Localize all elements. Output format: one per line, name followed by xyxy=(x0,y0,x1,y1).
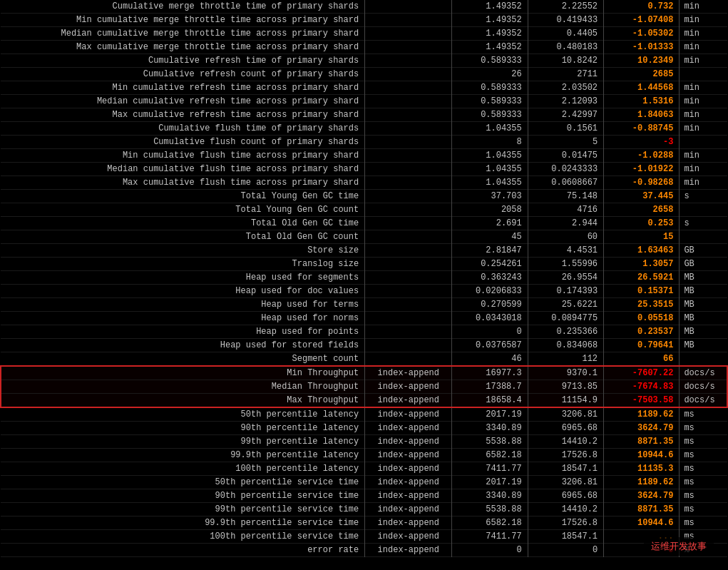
value2-cell: 10.8242 xyxy=(528,54,603,68)
operation-cell xyxy=(365,68,452,81)
table-row: 100th percentile latencyindex-append7411… xyxy=(1,462,727,476)
value2-cell: 9370.1 xyxy=(528,366,603,380)
diff-cell: 1.3057 xyxy=(604,258,680,271)
diff-cell: 1.5316 xyxy=(604,95,680,108)
table-row: Cumulative refresh count of primary shar… xyxy=(1,68,727,81)
metric-label: Max cumulative flush time across primary… xyxy=(1,176,365,190)
value1-cell: 0.589333 xyxy=(452,54,528,68)
metric-label: Median cumulative flush time across prim… xyxy=(1,163,365,176)
operation-cell xyxy=(365,14,452,27)
table-row: Max cumulative merge throttle time acros… xyxy=(1,41,727,54)
value2-cell: 0.480183 xyxy=(528,41,603,54)
table-row: 100th percentile service timeindex-appen… xyxy=(1,530,727,544)
value2-cell: 0.235366 xyxy=(528,325,603,339)
value2-cell: 18547.1 xyxy=(528,462,603,476)
metric-label: Max Throughput xyxy=(1,394,365,408)
unit-cell: MB xyxy=(680,325,727,339)
table-row: 90th percentile latencyindex-append3340.… xyxy=(1,422,727,435)
diff-cell: 1.63463 xyxy=(604,244,680,258)
value1-cell: 0.0376587 xyxy=(452,339,528,352)
value1-cell: 0 xyxy=(452,544,528,557)
operation-cell xyxy=(365,136,452,149)
value2-cell: 3206.81 xyxy=(528,476,603,489)
metric-label: Total Young Gen GC time xyxy=(1,190,365,203)
value1-cell: 2058 xyxy=(452,203,528,217)
unit-cell: docs/s xyxy=(680,394,727,408)
table-row: Heap used for segments0.36324326.955426.… xyxy=(1,271,727,285)
table-row: Min Throughputindex-append16977.39370.1-… xyxy=(1,366,727,380)
value2-cell: 5 xyxy=(528,136,603,149)
diff-cell: 0.253 xyxy=(604,217,680,230)
operation-cell xyxy=(365,95,452,108)
value1-cell: 6582.18 xyxy=(452,516,528,530)
value1-cell: 2.691 xyxy=(452,217,528,230)
operation-cell xyxy=(365,258,452,271)
operation-cell: index-append xyxy=(365,449,452,462)
diff-cell: 3624.79 xyxy=(604,422,680,435)
value2-cell: 6965.68 xyxy=(528,489,603,503)
watermark: 运维开发故事 xyxy=(644,537,714,556)
unit-cell: ms xyxy=(680,462,727,476)
value2-cell: 0.419433 xyxy=(528,14,603,27)
value2-cell: 14410.2 xyxy=(528,435,603,449)
value2-cell: 25.6221 xyxy=(528,298,603,312)
diff-cell: 0.05518 xyxy=(604,312,680,325)
unit-cell: s xyxy=(680,217,727,230)
diff-cell: 1.84063 xyxy=(604,108,680,122)
table-row: Cumulative flush time of primary shards1… xyxy=(1,122,727,136)
table-row: Total Old Gen GC time2.6912.9440.253s xyxy=(1,217,727,230)
value2-cell: 3206.81 xyxy=(528,407,603,422)
diff-cell: 2685 xyxy=(604,68,680,81)
value1-cell: 0 xyxy=(452,325,528,339)
metric-label: Total Old Gen GC count xyxy=(1,230,365,244)
diff-cell: -1.01333 xyxy=(604,41,680,54)
unit-cell: MB xyxy=(680,339,727,352)
diff-cell: 15 xyxy=(604,230,680,244)
diff-cell: -0.98268 xyxy=(604,176,680,190)
operation-cell xyxy=(365,325,452,339)
value1-cell: 46 xyxy=(452,352,528,367)
table-row: Min cumulative flush time across primary… xyxy=(1,149,727,163)
metric-label: 99th percentile latency xyxy=(1,435,365,449)
unit-cell: min xyxy=(680,14,727,27)
diff-cell: -7607.22 xyxy=(604,366,680,380)
value2-cell: 0.01475 xyxy=(528,149,603,163)
metric-label: Heap used for doc values xyxy=(1,285,365,298)
value1-cell: 7411.77 xyxy=(452,530,528,544)
value2-cell: 2.22552 xyxy=(528,0,603,14)
diff-cell: 1189.62 xyxy=(604,476,680,489)
value2-cell: 2.03502 xyxy=(528,81,603,95)
table-row: Total Young Gen GC count205847162658 xyxy=(1,203,727,217)
operation-cell xyxy=(365,149,452,163)
diff-cell: 0.15371 xyxy=(604,285,680,298)
metric-label: Store size xyxy=(1,244,365,258)
value2-cell: 0.0243333 xyxy=(528,163,603,176)
operation-cell xyxy=(365,285,452,298)
diff-cell: 10944.6 xyxy=(604,516,680,530)
value2-cell: 6965.68 xyxy=(528,422,603,435)
unit-cell: ms xyxy=(680,516,727,530)
value1-cell: 3340.89 xyxy=(452,422,528,435)
value1-cell: 2017.19 xyxy=(452,476,528,489)
unit-cell: min xyxy=(680,95,727,108)
diff-cell: 2658 xyxy=(604,203,680,217)
table-row: 99.9th percentile service timeindex-appe… xyxy=(1,516,727,530)
metric-label: Heap used for stored fields xyxy=(1,339,365,352)
table-row: Heap used for norms0.03430180.08947750.0… xyxy=(1,312,727,325)
metric-label: 100th percentile service time xyxy=(1,530,365,544)
diff-cell: -7503.58 xyxy=(604,394,680,408)
value2-cell: 0.0894775 xyxy=(528,312,603,325)
value2-cell: 14410.2 xyxy=(528,503,603,516)
table-row: 99th percentile latencyindex-append5538.… xyxy=(1,435,727,449)
diff-cell: -1.07408 xyxy=(604,14,680,27)
value2-cell: 0 xyxy=(528,544,603,557)
unit-cell: docs/s xyxy=(680,380,727,394)
diff-cell: 25.3515 xyxy=(604,298,680,312)
unit-cell: min xyxy=(680,54,727,68)
table-row: 90th percentile service timeindex-append… xyxy=(1,489,727,503)
unit-cell: ms xyxy=(680,449,727,462)
unit-cell xyxy=(680,203,727,217)
operation-cell: index-append xyxy=(365,394,452,408)
metric-label: 50th percentile service time xyxy=(1,476,365,489)
value1-cell: 3340.89 xyxy=(452,489,528,503)
